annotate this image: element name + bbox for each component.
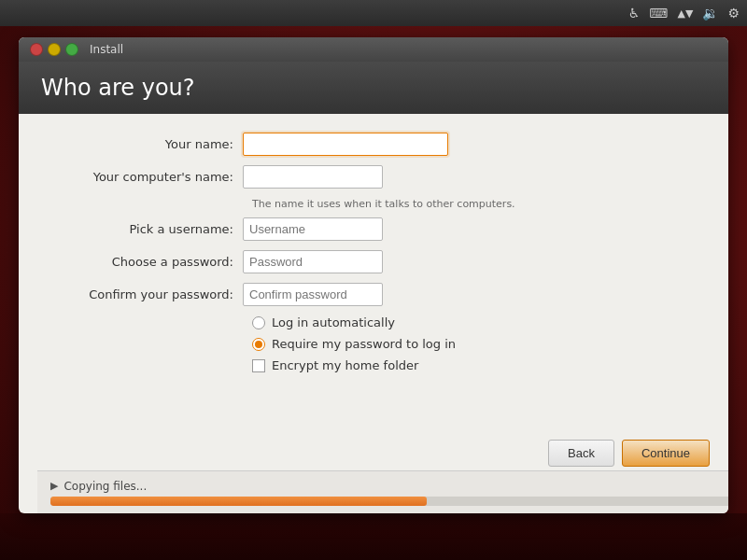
settings-icon[interactable]: ⚙ bbox=[727, 6, 740, 21]
page-header: Who are you? bbox=[19, 62, 728, 114]
progress-label: Copying files... bbox=[63, 480, 147, 493]
your-name-label: Your name: bbox=[56, 137, 243, 151]
window-controls bbox=[30, 43, 78, 56]
computer-name-hint: The name it uses when it talks to other … bbox=[252, 198, 691, 210]
confirm-password-label: Confirm your password: bbox=[56, 287, 243, 301]
password-label: Choose a password: bbox=[56, 255, 243, 269]
progress-area: ▶ Copying files... bbox=[37, 470, 728, 513]
continue-button[interactable]: Continue bbox=[622, 440, 710, 467]
username-input[interactable] bbox=[243, 217, 383, 241]
installer-window: Install Who are you? Your name: Your com… bbox=[19, 37, 728, 513]
autologin-label: Log in automatically bbox=[272, 315, 395, 329]
your-name-input[interactable] bbox=[243, 133, 448, 156]
page-title: Who are you? bbox=[41, 75, 706, 101]
options-area: Log in automatically Require my password… bbox=[252, 315, 691, 372]
require-password-option-row: Require my password to log in bbox=[252, 337, 691, 351]
title-bar: Install bbox=[19, 37, 728, 62]
require-password-label: Require my password to log in bbox=[272, 337, 456, 351]
require-password-radio[interactable] bbox=[252, 338, 265, 351]
network-icon[interactable]: ▲▼ bbox=[678, 7, 694, 20]
autologin-option-row: Log in automatically bbox=[252, 315, 691, 329]
close-button[interactable] bbox=[30, 43, 43, 56]
button-row: Back Continue bbox=[548, 440, 710, 467]
encrypt-checkbox[interactable] bbox=[252, 359, 265, 372]
volume-icon[interactable]: 🔉 bbox=[702, 6, 718, 21]
accessibility-icon[interactable]: ♿ bbox=[628, 6, 641, 21]
confirm-password-row: Confirm your password: bbox=[56, 283, 691, 306]
back-button[interactable]: Back bbox=[548, 440, 614, 467]
username-row: Pick a username: bbox=[56, 217, 691, 241]
encrypt-label: Encrypt my home folder bbox=[272, 358, 418, 372]
progress-play-icon: ▶ bbox=[50, 480, 58, 492]
progress-bar-fill bbox=[50, 497, 427, 506]
maximize-button[interactable] bbox=[65, 43, 78, 56]
computer-name-row: Your computer's name: bbox=[56, 165, 691, 189]
your-name-row: Your name: bbox=[56, 133, 691, 156]
progress-bar-track bbox=[50, 497, 728, 506]
password-row: Choose a password: bbox=[56, 250, 691, 273]
window-title: Install bbox=[90, 43, 123, 56]
top-panel: ♿ ⌨ ▲▼ 🔉 ⚙ bbox=[0, 0, 747, 26]
keyboard-icon[interactable]: ⌨ bbox=[649, 6, 668, 21]
computer-name-input[interactable] bbox=[243, 165, 383, 189]
minimize-button[interactable] bbox=[48, 43, 61, 56]
radio-selected-dot bbox=[255, 341, 262, 348]
password-input[interactable] bbox=[243, 250, 383, 273]
form-area: Your name: Your computer's name: The nam… bbox=[19, 114, 728, 399]
progress-label-row: ▶ Copying files... bbox=[50, 480, 728, 493]
encrypt-option-row: Encrypt my home folder bbox=[252, 358, 691, 372]
autologin-radio[interactable] bbox=[252, 316, 265, 329]
username-label: Pick a username: bbox=[56, 222, 243, 236]
computer-name-label: Your computer's name: bbox=[56, 170, 243, 184]
confirm-password-input[interactable] bbox=[243, 283, 383, 306]
screen-bottom bbox=[0, 513, 747, 560]
